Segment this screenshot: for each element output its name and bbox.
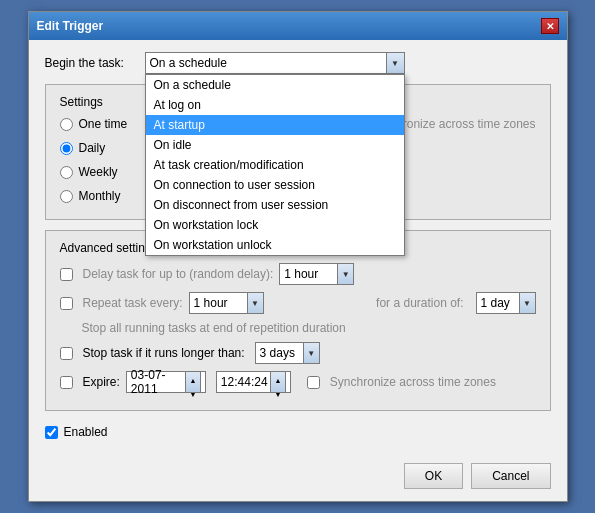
delay-task-checkbox[interactable]	[60, 268, 73, 281]
duration-label: for a duration of:	[376, 296, 463, 310]
option-at-startup[interactable]: At startup	[146, 115, 404, 135]
begin-task-dropdown-popup: On a schedule At log on At startup On id…	[145, 74, 405, 256]
option-on-a-schedule[interactable]: On a schedule	[146, 75, 404, 95]
expire-sync-label: Synchronize across time zones	[330, 375, 496, 389]
delay-task-row: Delay task for up to (random delay): 1 h…	[60, 263, 536, 285]
repeat-task-checkbox[interactable]	[60, 297, 73, 310]
time-spinner-up[interactable]	[274, 372, 281, 386]
dialog-body: Begin the task: On a schedule On a sched…	[29, 40, 567, 455]
radio-column: One time Daily Weekly Monthly	[60, 117, 140, 209]
delay-task-label: Delay task for up to (random delay):	[83, 267, 274, 281]
radio-weekly-label: Weekly	[79, 165, 118, 179]
begin-task-row: Begin the task: On a schedule On a sched…	[45, 52, 551, 74]
ok-button[interactable]: OK	[404, 463, 463, 489]
repeat-value-text: 1 hour	[194, 296, 228, 310]
radio-one-time: One time	[60, 117, 140, 131]
expire-time-input[interactable]: 12:44:24	[216, 371, 291, 393]
dropdown-selected-text: On a schedule	[150, 56, 384, 70]
radio-daily-label: Daily	[79, 141, 106, 155]
expire-sync-checkbox[interactable]	[307, 376, 320, 389]
cancel-button[interactable]: Cancel	[471, 463, 550, 489]
date-spinner-down[interactable]	[189, 386, 196, 400]
expire-row: Expire: 03-07-2011 12:44:24 Syn	[60, 371, 536, 393]
stop-longer-dropdown[interactable]: 3 days	[255, 342, 320, 364]
option-on-disconnect[interactable]: On disconnect from user session	[146, 195, 404, 215]
advanced-settings-section: Advanced settings Delay task for up to (…	[45, 230, 551, 411]
stop-longer-label: Stop task if it runs longer than:	[83, 346, 245, 360]
radio-monthly-label: Monthly	[79, 189, 121, 203]
duration-value-dropdown[interactable]: 1 day	[476, 292, 536, 314]
begin-task-dropdown[interactable]: On a schedule	[145, 52, 405, 74]
radio-daily-input[interactable]	[60, 142, 73, 155]
expire-time-value: 12:44:24	[221, 375, 270, 389]
stop-running-row: Stop all running tasks at end of repetit…	[60, 321, 536, 335]
option-on-connection[interactable]: On connection to user session	[146, 175, 404, 195]
option-on-workstation-lock[interactable]: On workstation lock	[146, 215, 404, 235]
stop-longer-arrow	[303, 343, 319, 363]
enabled-row: Enabled	[45, 421, 551, 443]
edit-trigger-dialog: Edit Trigger ✕ Begin the task: On a sche…	[28, 11, 568, 502]
radio-monthly-input[interactable]	[60, 190, 73, 203]
radio-one-time-label: One time	[79, 117, 128, 131]
radio-one-time-input[interactable]	[60, 118, 73, 131]
repeat-task-row: Repeat task every: 1 hour for a duration…	[60, 292, 536, 314]
dialog-title: Edit Trigger	[37, 19, 104, 33]
stop-longer-value: 3 days	[260, 346, 295, 360]
option-on-workstation-unlock[interactable]: On workstation unlock	[146, 235, 404, 255]
stop-longer-checkbox[interactable]	[60, 347, 73, 360]
delay-dropdown-arrow	[337, 264, 353, 284]
repeat-value-dropdown[interactable]: 1 hour	[189, 292, 264, 314]
time-spinner-down[interactable]	[274, 386, 281, 400]
delay-value-text: 1 hour	[284, 267, 318, 281]
expire-date-spinner[interactable]	[185, 371, 201, 393]
close-button[interactable]: ✕	[541, 18, 559, 34]
begin-task-label: Begin the task:	[45, 56, 145, 70]
date-spinner-up[interactable]	[189, 372, 196, 386]
repeat-dropdown-arrow	[247, 293, 263, 313]
radio-monthly: Monthly	[60, 189, 140, 203]
option-on-idle[interactable]: On idle	[146, 135, 404, 155]
option-at-task-creation[interactable]: At task creation/modification	[146, 155, 404, 175]
radio-weekly: Weekly	[60, 165, 140, 179]
stop-longer-row: Stop task if it runs longer than: 3 days	[60, 342, 536, 364]
enabled-checkbox[interactable]	[45, 426, 58, 439]
delay-value-dropdown[interactable]: 1 hour	[279, 263, 354, 285]
duration-value-text: 1 day	[481, 296, 510, 310]
radio-weekly-input[interactable]	[60, 166, 73, 179]
expire-label: Expire:	[83, 375, 120, 389]
stop-running-label: Stop all running tasks at end of repetit…	[60, 321, 346, 335]
expire-date-value: 03-07-2011	[131, 368, 185, 396]
option-at-log-on[interactable]: At log on	[146, 95, 404, 115]
enabled-label: Enabled	[64, 425, 108, 439]
expire-time-spinner[interactable]	[270, 371, 286, 393]
expire-date-input[interactable]: 03-07-2011	[126, 371, 206, 393]
bottom-buttons: OK Cancel	[29, 455, 567, 501]
expire-checkbox[interactable]	[60, 376, 73, 389]
repeat-task-label: Repeat task every:	[83, 296, 183, 310]
title-bar: Edit Trigger ✕	[29, 12, 567, 40]
dropdown-arrow-icon	[386, 53, 404, 73]
duration-dropdown-arrow	[519, 293, 535, 313]
title-bar-buttons: ✕	[541, 18, 559, 34]
radio-daily: Daily	[60, 141, 140, 155]
